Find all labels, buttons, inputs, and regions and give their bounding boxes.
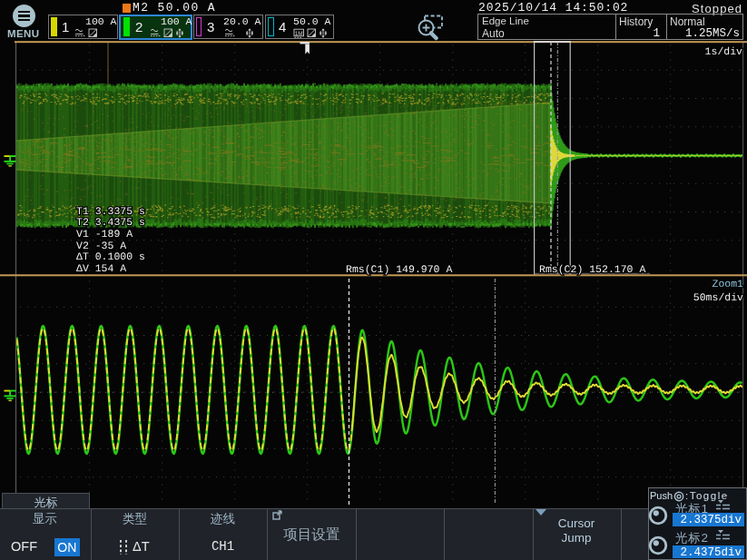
svg-text:V2 -35 A: V2 -35 A bbox=[76, 241, 126, 252]
svg-text:V1 -189 A: V1 -189 A bbox=[76, 229, 133, 241]
svg-text:Rms(C1) 149.970 A: Rms(C1) 149.970 A bbox=[346, 264, 452, 276]
svg-text:1s/div: 1s/div bbox=[705, 46, 743, 58]
svg-text:Zoom1: Zoom1 bbox=[712, 279, 743, 290]
svg-text:ΔT 0.1000 s: ΔT 0.1000 s bbox=[76, 251, 145, 263]
svg-text:T2 3.4375 s: T2 3.4375 s bbox=[76, 217, 145, 229]
svg-text:ΔV 154 A: ΔV 154 A bbox=[76, 263, 126, 275]
svg-text:1M: 1M bbox=[295, 30, 303, 36]
svg-text:T1 3.3375 s: T1 3.3375 s bbox=[76, 206, 145, 218]
svg-text:Rms(C2) 152.170 A: Rms(C2) 152.170 A bbox=[539, 264, 645, 276]
svg-text:50ms/div: 50ms/div bbox=[693, 292, 743, 304]
